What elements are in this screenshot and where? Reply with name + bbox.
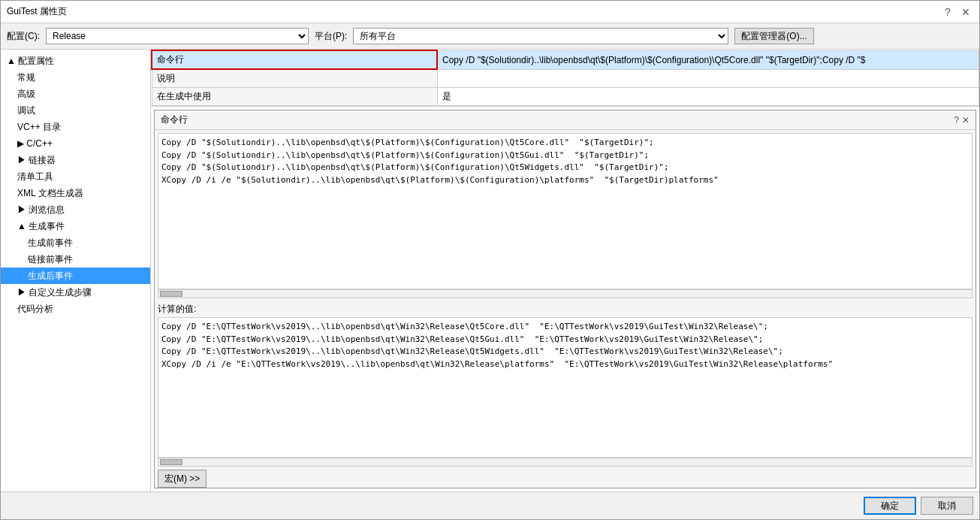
platform-select[interactable]: 所有平台 xyxy=(353,28,728,44)
sidebar: ▲ 配置属性常规高级调试VC++ 目录▶ C/C++▶ 链接器清单工具XML 文… xyxy=(1,50,151,491)
manage-config-button[interactable]: 配置管理器(O)... xyxy=(734,28,813,44)
prop-name-1: 说明 xyxy=(152,69,437,88)
props-outer: 命令行Copy /D "$(Solutiondir)..\lib\openbsd… xyxy=(151,50,979,107)
ok-button[interactable]: 确定 xyxy=(864,497,916,515)
sidebar-item-build-events[interactable]: ▲ 生成事件 xyxy=(1,218,150,234)
prop-value-0[interactable]: Copy /D "$(Solutiondir)..\lib\openbsd\qt… xyxy=(437,50,979,69)
sidebar-item-custom-step[interactable]: ▶ 自定义生成步骤 xyxy=(1,284,150,301)
prop-value-1[interactable] xyxy=(437,69,979,88)
sidebar-item-pre-build[interactable]: 生成前事件 xyxy=(1,234,150,251)
sub-dialog-help-btn[interactable]: ? xyxy=(954,115,959,125)
sidebar-item-cpp[interactable]: ▶ C/C++ xyxy=(1,135,150,152)
sidebar-item-manifest[interactable]: 清单工具 xyxy=(1,168,150,185)
main-window: GuiTest 属性页 ? ✕ 配置(C): Release 平台(P): 所有… xyxy=(0,0,980,520)
main-content: ▲ 配置属性常规高级调试VC++ 目录▶ C/C++▶ 链接器清单工具XML 文… xyxy=(1,50,979,491)
calc-hscroll-thumb xyxy=(160,459,182,465)
sidebar-item-advanced[interactable]: 高级 xyxy=(1,86,150,102)
prop-name-0: 命令行 xyxy=(152,50,437,69)
table-row[interactable]: 命令行Copy /D "$(Solutiondir)..\lib\openbsd… xyxy=(152,50,979,69)
props-scroll: 命令行Copy /D "$(Solutiondir)..\lib\openbsd… xyxy=(151,50,979,106)
split-sections: 计算的值: xyxy=(158,133,972,467)
macro-button[interactable]: 宏(M) >> xyxy=(158,470,207,488)
calc-hscrollbar[interactable] xyxy=(158,458,972,467)
sidebar-item-linker[interactable]: ▶ 链接器 xyxy=(1,152,150,168)
sidebar-item-pre-link[interactable]: 链接前事件 xyxy=(1,251,150,268)
table-row[interactable]: 说明 xyxy=(152,69,979,88)
sub-dialog-controls: ? ✕ xyxy=(954,115,969,125)
prop-value-2[interactable]: 是 xyxy=(437,88,979,106)
sidebar-item-xml-gen[interactable]: XML 文档生成器 xyxy=(1,185,150,201)
sub-dialog-close-btn[interactable]: ✕ xyxy=(962,115,969,125)
help-button[interactable]: ? xyxy=(940,5,955,20)
sub-dialog: 命令行 ? ✕ xyxy=(154,110,976,488)
prop-name-2: 在生成中使用 xyxy=(152,88,437,106)
sidebar-item-config-props[interactable]: ▲ 配置属性 xyxy=(1,53,150,69)
sub-dialog-bottom: 宏(M) >> xyxy=(158,467,972,488)
sidebar-item-post-build[interactable]: 生成后事件 xyxy=(1,268,150,284)
calc-textarea[interactable] xyxy=(158,317,972,458)
table-row[interactable]: 在生成中使用是 xyxy=(152,88,979,106)
sub-dialog-titlebar: 命令行 ? ✕ xyxy=(155,110,975,130)
toolbar: 配置(C): Release 平台(P): 所有平台 配置管理器(O)... xyxy=(1,23,979,50)
cmd-section: 计算的值: 宏(M) >> xyxy=(155,130,975,488)
platform-label: 平台(P): xyxy=(315,30,347,43)
title-bar: GuiTest 属性页 ? ✕ xyxy=(1,1,979,23)
sidebar-item-browser-info[interactable]: ▶ 浏览信息 xyxy=(1,201,150,218)
cmd-hscrollbar[interactable] xyxy=(158,289,972,298)
sidebar-item-general[interactable]: 常规 xyxy=(1,69,150,86)
sidebar-item-code-analysis[interactable]: 代码分析 xyxy=(1,301,150,317)
command-section xyxy=(158,133,972,298)
cancel-button[interactable]: 取消 xyxy=(921,497,973,515)
calc-label: 计算的值: xyxy=(158,301,972,317)
sidebar-item-vc-dirs[interactable]: VC++ 目录 xyxy=(1,119,150,135)
right-panel: 命令行Copy /D "$(Solutiondir)..\lib\openbsd… xyxy=(151,50,979,491)
sidebar-item-debug[interactable]: 调试 xyxy=(1,102,150,119)
calc-section: 计算的值: xyxy=(158,301,972,467)
title-controls: ? ✕ xyxy=(940,5,973,20)
config-label: 配置(C): xyxy=(7,30,40,43)
cmd-hscroll-thumb xyxy=(160,291,182,297)
config-select[interactable]: Release xyxy=(46,28,309,44)
close-button[interactable]: ✕ xyxy=(958,5,973,20)
sub-dialog-title: 命令行 xyxy=(161,113,188,126)
command-textarea[interactable] xyxy=(158,133,972,289)
props-table: 命令行Copy /D "$(Solutiondir)..\lib\openbsd… xyxy=(151,50,979,106)
window-title: GuiTest 属性页 xyxy=(7,5,67,18)
bottom-bar: 确定 取消 xyxy=(1,491,979,519)
